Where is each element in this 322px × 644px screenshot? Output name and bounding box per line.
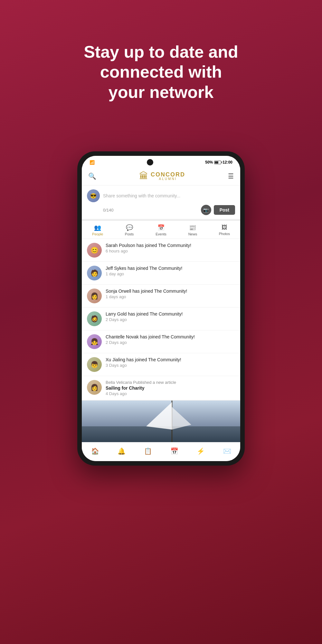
posts-icon: 💬 [126,224,133,231]
article-title: Sailing for Charity [106,385,176,391]
sailing-image [82,401,240,442]
tab-news-label: News [188,232,197,236]
list-item[interactable]: 🧑 Jeff Sykes has joined The Community! 1… [82,262,240,285]
hero-text-block: Stay up to date and connected with your … [19,42,303,102]
list-item[interactable]: 👩 Sonja Orwell has joined The Community!… [82,285,240,308]
bottom-nav-notifications[interactable]: 🔔 [115,446,128,456]
avatar: 🧑 [87,266,102,280]
feed-action-text: Sarah Poulson has joined The Community! [106,243,191,248]
people-icon: 👥 [94,224,101,231]
tab-events-label: Events [156,232,166,236]
status-bar: 📶 50% 12:00 [82,156,240,167]
list-item[interactable]: 🧔 Larry Gold has joined The Community! 2… [82,308,240,330]
avatar: 🧔 [87,311,102,326]
feed-time: 6 hours ago [106,249,191,253]
char-counter: 0/140 [103,208,114,213]
feed-action-text: Chantelle Novak has joined The Community… [106,334,195,339]
bottom-nav-connect[interactable]: ⚡ [194,446,207,456]
app-header: 🔍 🏛 CONCORD ALUMNI ☰ [82,167,240,185]
list-item[interactable]: 😊 Sarah Poulson has joined The Community… [82,239,240,262]
feed-text-group: Bella Velicaria Published a new article … [106,380,176,396]
status-right: 50% 12:00 [205,160,232,165]
feed-action-text: Sonja Orwell has joined The Community! [106,289,187,294]
list-item[interactable]: 👩 Bella Velicaria Published a new articl… [82,376,240,400]
camera-button[interactable]: 📷 [201,205,211,215]
feed-text-group: Chantelle Novak has joined The Community… [106,334,195,345]
article-image-preview [82,400,240,442]
svg-rect-1 [82,426,240,442]
feed-action-text: Larry Gold has joined The Community! [106,311,183,317]
logo-alumni-text: ALUMNI [151,177,185,181]
post-input-row: 😎 Share something with the community... [87,189,235,202]
phone-mockup: 📶 50% 12:00 🔍 🏛 C [77,151,245,466]
tab-posts[interactable]: 💬 Posts [113,221,145,239]
feed-time: 1 days ago [106,294,187,299]
app-logo: 🏛 CONCORD ALUMNI [139,171,185,181]
post-area: 😎 Share something with the community... … [82,185,240,221]
tab-people-label: People [92,232,103,236]
article-time: 4 Days ago [106,391,176,396]
menu-icon[interactable]: ☰ [228,172,234,180]
tab-events[interactable]: 📅 Events [145,221,177,239]
feed-time: 2 Days ago [106,340,195,345]
list-item[interactable]: 👧 Chantelle Novak has joined The Communi… [82,330,240,353]
bottom-nav-messages[interactable]: ✉️ [221,446,233,456]
feed-text-group: Sarah Poulson has joined The Community! … [106,243,191,253]
battery-pct: 50% [205,160,213,165]
bottom-nav-home[interactable]: 🏠 [89,446,101,456]
feed-time: 2 Days ago [106,317,183,322]
clock: 12:00 [223,160,232,165]
feed-meta-text: Bella Velicaria Published a new article [106,380,176,385]
phone-screen: 📶 50% 12:00 🔍 🏛 C [82,156,240,461]
avatar: 👩 [87,289,102,303]
feed-action-text: Jeff Sykes has joined The Community! [106,266,182,271]
avatar: 👦 [87,357,102,372]
wifi-icon: 📶 [90,160,95,165]
post-placeholder[interactable]: Share something with the community... [103,193,235,198]
tab-news[interactable]: 📰 News [177,221,208,239]
hero-line3: your network [19,82,303,102]
feed-time: 1 day ago [106,271,182,276]
phone-frame: 📶 50% 12:00 🔍 🏛 C [77,151,245,466]
search-icon[interactable]: 🔍 [88,172,96,180]
bottom-nav-events[interactable]: 📅 [168,446,181,456]
photos-icon: 🖼 [222,224,227,231]
hero-line2: connected with [19,62,303,82]
events-icon: 📅 [157,224,165,231]
current-user-avatar: 😎 [87,189,100,202]
avatar: 👩 [87,380,102,395]
feed-text-group: Xu Jialing has joined The Community! 3 D… [106,357,181,368]
feed-text-group: Jeff Sykes has joined The Community! 1 d… [106,266,182,276]
feed-action-text: Xu Jialing has joined The Community! [106,357,181,362]
feed-list: 😊 Sarah Poulson has joined The Community… [82,239,240,400]
camera-notch [147,159,153,166]
bottom-nav-feed[interactable]: 📋 [141,446,154,456]
tab-posts-label: Posts [125,232,134,236]
status-left: 📶 [90,160,95,165]
post-actions-row: 0/140 📷 Post [87,205,235,215]
feed-time: 3 Days ago [106,363,181,368]
tab-people[interactable]: 👥 People [82,221,113,239]
temple-icon: 🏛 [139,171,148,181]
logo-concord-text: CONCORD [151,172,185,177]
tab-photos[interactable]: 🖼 Photos [209,221,240,239]
list-item[interactable]: 👦 Xu Jialing has joined The Community! 3… [82,353,240,376]
feed-text-group: Sonja Orwell has joined The Community! 1… [106,289,187,299]
post-buttons: 📷 Post [201,205,235,215]
nav-tabs: 👥 People 💬 Posts 📅 Events 📰 News 🖼 [82,221,240,239]
tab-photos-label: Photos [219,232,230,236]
avatar: 👧 [87,334,102,349]
bottom-navigation: 🏠 🔔 📋 📅 ⚡ ✉️ [82,442,240,461]
avatar: 😊 [87,243,102,258]
feed-text-group: Larry Gold has joined The Community! 2 D… [106,311,183,322]
battery-indicator [214,161,221,164]
post-button[interactable]: Post [214,205,235,215]
news-icon: 📰 [189,224,196,231]
hero-line1: Stay up to date and [19,42,303,62]
